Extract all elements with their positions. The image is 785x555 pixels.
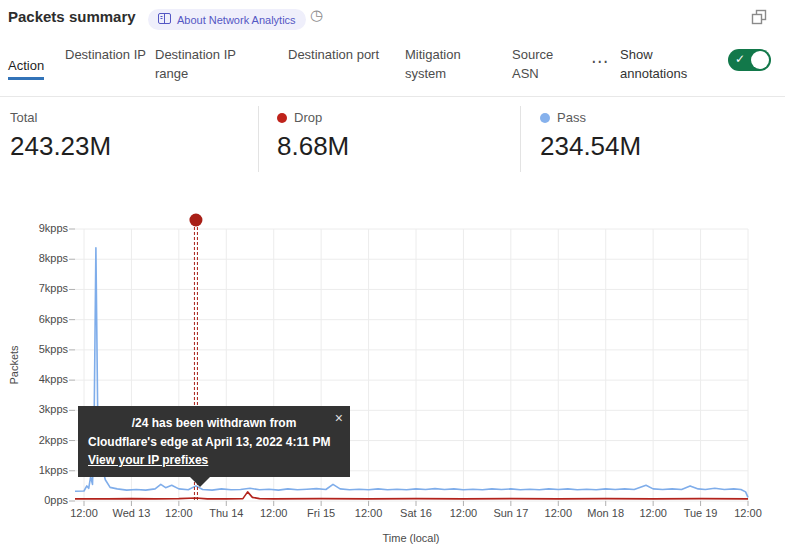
- stat-pass: Pass 234.54M: [540, 110, 641, 162]
- x-axis-title: Time (local): [341, 532, 481, 544]
- book-icon: [158, 13, 171, 26]
- tab-destination-port[interactable]: Destination port: [288, 46, 380, 65]
- packets-chart: Packets Time (local) × /24 has been with…: [0, 210, 785, 555]
- stat-drop-value: 8.68M: [277, 131, 349, 162]
- expand-window-icon[interactable]: [750, 8, 768, 30]
- y-tick-label: 0pps: [8, 494, 68, 506]
- y-tick-label: 7kpps: [8, 282, 68, 294]
- stat-drop: Drop 8.68M: [277, 110, 349, 162]
- stat-divider: [258, 106, 259, 172]
- close-icon[interactable]: ×: [335, 408, 343, 430]
- about-network-analytics-badge[interactable]: About Network Analytics: [148, 9, 306, 30]
- show-annotations-label: Show annotations: [620, 46, 714, 84]
- drop-dot: [277, 113, 287, 123]
- annotation-tooltip: × /24 has been withdrawn from Cloudflare…: [78, 406, 350, 477]
- tooltip-text-line1: /24 has been withdrawn from: [88, 414, 340, 433]
- check-icon: ✓: [735, 52, 745, 66]
- tab-mitigation-system[interactable]: Mitigation system: [405, 46, 491, 84]
- time-range-icon[interactable]: ◷: [310, 6, 323, 24]
- show-annotations-toggle[interactable]: ✓: [728, 49, 771, 71]
- tab-source-asn[interactable]: Source ASN: [512, 46, 576, 84]
- toggle-knob: [751, 51, 769, 69]
- y-tick-label: 8kpps: [8, 252, 68, 264]
- tooltip-arrow: [189, 476, 211, 487]
- badge-label: About Network Analytics: [177, 14, 296, 26]
- packets-summary-panel: Packets summary About Network Analytics …: [0, 0, 785, 555]
- stat-drop-label: Drop: [294, 110, 322, 125]
- stat-total-value: 243.23M: [10, 131, 111, 162]
- y-tick-label: 6kpps: [8, 313, 68, 325]
- tooltip-text-line2: Cloudflare's edge at April 13, 2022 4:11…: [88, 433, 340, 452]
- stat-total: Total 243.23M: [10, 110, 111, 162]
- y-tick-label: 4kpps: [8, 373, 68, 385]
- y-tick-label: 9kpps: [8, 222, 68, 234]
- y-tick-label: 2kpps: [8, 434, 68, 446]
- stat-divider: [520, 106, 521, 172]
- view-ip-prefixes-link[interactable]: View your IP prefixes: [88, 451, 208, 470]
- stat-total-label: Total: [10, 110, 37, 125]
- stat-pass-label: Pass: [557, 110, 586, 125]
- tab-destination-ip[interactable]: Destination IP: [65, 46, 147, 65]
- y-tick-label: 5kpps: [8, 343, 68, 355]
- page-title: Packets summary: [8, 8, 136, 25]
- y-tick-label: 3kpps: [8, 403, 68, 415]
- tab-action[interactable]: Action: [8, 58, 44, 80]
- x-tick-label: 12:00: [717, 507, 779, 519]
- tab-destination-ip-range[interactable]: Destination IP range: [155, 46, 269, 84]
- header-divider: [0, 96, 785, 97]
- y-tick-label: 1kpps: [8, 464, 68, 476]
- pass-dot: [540, 113, 550, 123]
- more-tabs-icon[interactable]: ⋯: [591, 51, 609, 72]
- stat-pass-value: 234.54M: [540, 131, 641, 162]
- series-line-drop: [75, 492, 748, 499]
